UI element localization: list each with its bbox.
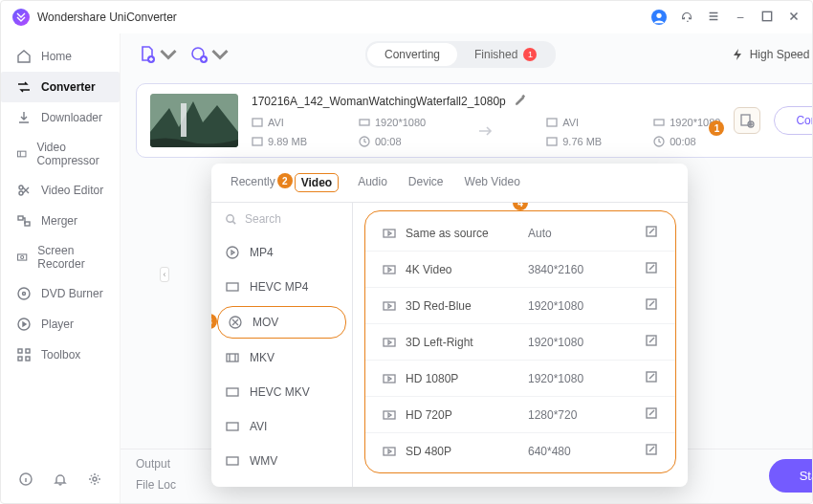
svg-point-9 bbox=[18, 288, 30, 299]
resolution-row[interactable]: 4K Video 3840*2160 bbox=[365, 251, 675, 287]
support-icon[interactable] bbox=[680, 10, 693, 26]
sidebar-item-label: Video Compressor bbox=[36, 141, 104, 167]
sidebar-item-downloader[interactable]: Downloader bbox=[1, 102, 120, 133]
resolution-dim: 3840*2160 bbox=[528, 263, 614, 276]
resolution-row[interactable]: SD 480P 640*480 bbox=[365, 432, 675, 469]
high-speed-label: High Speed Conversion bbox=[750, 48, 813, 61]
sidebar-item-editor[interactable]: Video Editor bbox=[1, 175, 120, 206]
play-icon bbox=[383, 408, 396, 422]
output-settings-button[interactable] bbox=[734, 107, 760, 134]
tab-device[interactable]: Device bbox=[406, 173, 446, 192]
format-label: MP4 bbox=[250, 246, 274, 259]
svg-rect-5 bbox=[18, 216, 23, 220]
edit-preset-icon[interactable] bbox=[645, 406, 658, 423]
format-wmv[interactable]: WMV bbox=[211, 444, 352, 478]
file-name-label: 170216A_142_WomanWatchingWaterfall2_1080… bbox=[252, 95, 506, 108]
arrow-icon bbox=[477, 124, 494, 141]
svg-rect-29 bbox=[654, 120, 664, 125]
format-mkv[interactable]: MKV bbox=[211, 340, 352, 375]
start-all-label: Start All bbox=[800, 469, 813, 483]
sidebar-item-label: Screen Recorder bbox=[37, 244, 104, 271]
segment-converting[interactable]: Converting bbox=[367, 43, 457, 66]
add-file-button[interactable] bbox=[138, 44, 178, 65]
sidebar-item-player[interactable]: Player bbox=[1, 309, 120, 340]
rename-icon[interactable] bbox=[514, 94, 526, 109]
svg-rect-14 bbox=[18, 357, 22, 361]
edit-preset-icon[interactable] bbox=[645, 334, 658, 350]
svg-rect-35 bbox=[227, 283, 238, 291]
menu-icon[interactable] bbox=[707, 10, 720, 26]
format-mp4[interactable]: MP4 bbox=[211, 235, 352, 270]
resolution-row[interactable]: 3D Red-Blue 1920*1080 bbox=[365, 287, 675, 323]
sidebar-item-home[interactable]: Home bbox=[1, 41, 120, 72]
svg-rect-38 bbox=[227, 388, 238, 396]
format-hevc-mp4[interactable]: HEVC MP4 bbox=[211, 270, 352, 304]
settings-icon[interactable] bbox=[87, 471, 102, 490]
high-speed-toggle[interactable]: High Speed Conversion bbox=[731, 48, 813, 61]
file-location-label: File Loc bbox=[136, 478, 176, 492]
tab-recently[interactable]: Recently bbox=[229, 173, 277, 192]
popup-tabs: Recently 2 Video Audio Device Web Video bbox=[211, 164, 688, 203]
account-avatar-icon[interactable] bbox=[651, 10, 667, 25]
resolution-row[interactable]: HD 720P 1280*720 bbox=[365, 396, 675, 432]
sidebar-item-label: Toolbox bbox=[41, 348, 80, 362]
sidebar-item-compressor[interactable]: Video Compressor bbox=[1, 133, 120, 175]
format-mov[interactable]: MOV bbox=[217, 306, 346, 339]
sidebar-item-label: Player bbox=[41, 318, 74, 331]
convert-button[interactable]: Convert bbox=[774, 106, 813, 135]
svg-rect-1 bbox=[762, 11, 771, 20]
app-logo bbox=[12, 9, 30, 26]
edit-preset-icon[interactable] bbox=[645, 443, 658, 459]
format-label: HEVC MP4 bbox=[250, 280, 308, 294]
tab-video[interactable]: Video bbox=[295, 173, 339, 192]
bell-icon[interactable] bbox=[53, 471, 68, 490]
edit-preset-icon[interactable] bbox=[645, 225, 658, 241]
resolution-row[interactable]: HD 1080P 1920*1080 bbox=[365, 360, 675, 396]
tab-audio[interactable]: Audio bbox=[356, 173, 389, 192]
svg-rect-53 bbox=[384, 448, 395, 455]
annotation-4: 4 bbox=[513, 203, 528, 210]
edit-preset-icon[interactable] bbox=[645, 261, 658, 277]
resolution-label: 4K Video bbox=[406, 263, 518, 276]
maximize-button[interactable] bbox=[760, 10, 774, 26]
sidebar-item-toolbox[interactable]: Toolbox bbox=[1, 340, 120, 370]
edit-preset-icon[interactable] bbox=[645, 370, 658, 386]
svg-point-3 bbox=[19, 186, 23, 189]
status-segmented: Converting Finished1 bbox=[365, 41, 556, 68]
format-label: HEVC MKV bbox=[250, 385, 310, 399]
resolution-dim: 1920*1080 bbox=[528, 299, 614, 313]
sidebar-item-merger[interactable]: Merger bbox=[1, 206, 120, 236]
resolution-row[interactable]: 3D Left-Right 1920*1080 bbox=[365, 323, 675, 360]
svg-rect-40 bbox=[227, 457, 238, 465]
format-popup: Recently 2 Video Audio Device Web Video … bbox=[211, 164, 688, 487]
svg-point-34 bbox=[227, 247, 238, 258]
sidebar-item-recorder[interactable]: Screen Recorder bbox=[1, 236, 120, 278]
resolution-label: 3D Red-Blue bbox=[406, 299, 518, 313]
sidebar-item-dvd[interactable]: DVD Burner bbox=[1, 278, 120, 309]
sidebar-collapse-handle[interactable]: ‹ bbox=[160, 267, 169, 282]
segment-label: Converting bbox=[385, 48, 440, 61]
svg-point-0 bbox=[656, 13, 661, 18]
resolution-label: SD 480P bbox=[406, 445, 518, 458]
start-all-button[interactable]: Start All bbox=[769, 459, 813, 493]
resolution-label: HD 1080P bbox=[406, 372, 518, 385]
minimize-button[interactable]: – bbox=[734, 11, 747, 24]
segment-finished[interactable]: Finished1 bbox=[457, 43, 554, 66]
video-thumbnail[interactable] bbox=[150, 94, 238, 147]
add-url-button[interactable] bbox=[189, 44, 230, 65]
edit-preset-icon[interactable] bbox=[645, 297, 658, 314]
svg-rect-25 bbox=[360, 120, 369, 125]
resolution-group: Same as source Auto 4K Video 3840*2160 3… bbox=[364, 210, 676, 473]
sidebar-item-label: Merger bbox=[41, 214, 77, 228]
format-search[interactable]: Search bbox=[211, 203, 352, 235]
svg-point-4 bbox=[19, 191, 23, 195]
format-hevc-mkv[interactable]: HEVC MKV bbox=[211, 375, 352, 409]
info-icon[interactable] bbox=[18, 471, 33, 490]
resolution-row[interactable]: Same as source Auto bbox=[365, 215, 675, 251]
close-button[interactable] bbox=[787, 10, 801, 26]
format-avi[interactable]: AVI bbox=[211, 409, 352, 444]
resolution-label: 3D Left-Right bbox=[406, 336, 518, 349]
sidebar-item-converter[interactable]: Converter bbox=[1, 72, 120, 102]
annotation-1: 1 bbox=[709, 121, 724, 136]
tab-webvideo[interactable]: Web Video bbox=[463, 173, 522, 192]
